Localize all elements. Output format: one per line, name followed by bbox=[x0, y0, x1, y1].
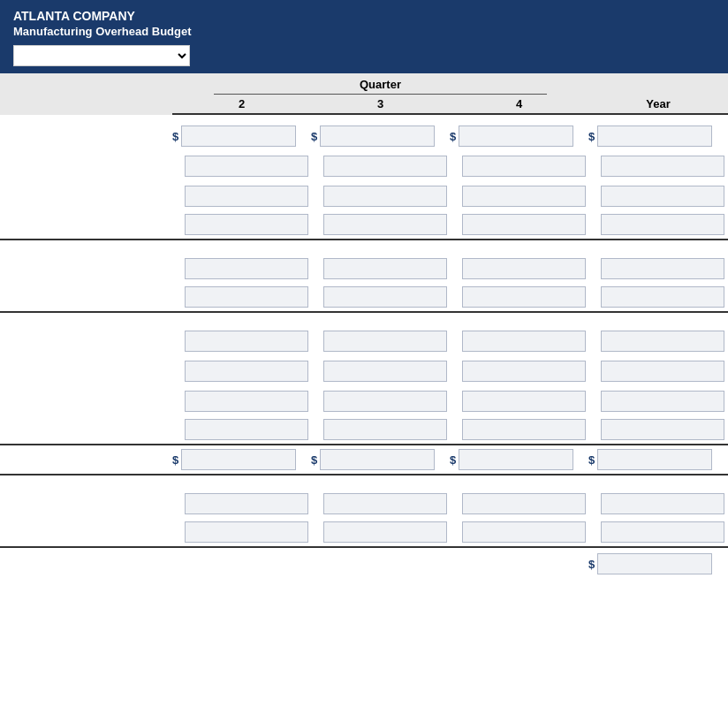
header-dropdown-wrapper: Option 1 Option 2 bbox=[13, 45, 190, 66]
input-year-5[interactable] bbox=[601, 258, 724, 279]
input-q2-7[interactable] bbox=[185, 331, 308, 352]
input-year-1[interactable] bbox=[597, 126, 712, 147]
input-q3-10[interactable] bbox=[323, 419, 447, 440]
input-q4-3[interactable] bbox=[462, 186, 586, 207]
input-q2-4[interactable] bbox=[185, 214, 308, 235]
input-cell-year-6 bbox=[588, 286, 728, 308]
input-cell-year-5 bbox=[588, 258, 728, 279]
input-cell-q4-3 bbox=[450, 186, 588, 207]
input-year-8[interactable] bbox=[601, 361, 724, 382]
period-select[interactable]: Option 1 Option 2 bbox=[13, 45, 190, 66]
input-cell-year-14: $ bbox=[588, 553, 728, 574]
input-year-12[interactable] bbox=[601, 493, 724, 514]
data-row-13 bbox=[0, 521, 728, 548]
dollar-sign-q2-11: $ bbox=[172, 453, 178, 467]
input-year-4[interactable] bbox=[601, 214, 724, 235]
input-q3-3[interactable] bbox=[323, 186, 447, 207]
input-q3-2[interactable] bbox=[323, 156, 447, 177]
dollar-sign-q2-1: $ bbox=[172, 130, 178, 143]
input-q4-8[interactable] bbox=[462, 361, 586, 382]
company-name: ATLANTA COMPANY bbox=[13, 9, 135, 23]
input-cell-q2-8 bbox=[172, 361, 311, 382]
page-header: ATLANTA COMPANY Manufacturing Overhead B… bbox=[0, 0, 728, 73]
input-cell-q4-12 bbox=[450, 493, 588, 514]
input-q2-3[interactable] bbox=[185, 186, 308, 207]
input-q2-6[interactable] bbox=[185, 286, 308, 308]
data-row-6 bbox=[0, 286, 728, 313]
input-cell-q3-6 bbox=[311, 286, 450, 308]
input-year-11[interactable] bbox=[597, 449, 712, 470]
input-q4-1[interactable] bbox=[459, 126, 573, 147]
data-row-12 bbox=[0, 491, 728, 516]
data-row-3 bbox=[0, 184, 728, 209]
input-q3-12[interactable] bbox=[323, 493, 447, 514]
input-q2-1[interactable] bbox=[181, 126, 296, 147]
input-q2-11[interactable] bbox=[181, 449, 296, 470]
input-q3-9[interactable] bbox=[323, 391, 447, 412]
input-q2-8[interactable] bbox=[185, 361, 308, 382]
input-q2-5[interactable] bbox=[185, 258, 308, 279]
input-cell-q4-11: $ bbox=[450, 449, 588, 470]
input-cell-q4-6 bbox=[450, 286, 588, 308]
data-row-8 bbox=[0, 359, 728, 384]
input-q4-2[interactable] bbox=[462, 156, 586, 177]
input-cell-q3-2 bbox=[311, 156, 450, 177]
input-q4-12[interactable] bbox=[462, 493, 586, 514]
dollar-sign-year-1: $ bbox=[588, 130, 595, 143]
input-year-10[interactable] bbox=[601, 419, 724, 440]
main-content: $ $ $ $ bbox=[0, 115, 728, 590]
input-cell-q3-11: $ bbox=[311, 449, 450, 470]
input-q3-5[interactable] bbox=[323, 258, 447, 279]
input-q4-5[interactable] bbox=[462, 258, 586, 279]
input-cell-q4-2 bbox=[450, 156, 588, 177]
dollar-sign-year-14: $ bbox=[588, 558, 595, 571]
input-q3-1[interactable] bbox=[320, 126, 435, 147]
input-year-3[interactable] bbox=[601, 186, 724, 207]
input-year-2[interactable] bbox=[601, 156, 724, 177]
input-cell-q2-1: $ bbox=[172, 126, 311, 147]
input-cell-q2-7 bbox=[172, 331, 311, 352]
input-cell-q2-10 bbox=[172, 419, 311, 440]
input-cell-q4-8 bbox=[450, 361, 588, 382]
input-year-13[interactable] bbox=[601, 521, 724, 543]
input-cell-q2-11: $ bbox=[172, 449, 311, 470]
dollar-sign-q3-11: $ bbox=[311, 453, 317, 467]
input-q4-9[interactable] bbox=[462, 391, 586, 412]
input-q2-13[interactable] bbox=[185, 521, 308, 543]
input-year-7[interactable] bbox=[601, 331, 724, 352]
input-year-14[interactable] bbox=[597, 553, 712, 574]
input-cell-q2-9 bbox=[172, 391, 311, 412]
input-cell-year-13 bbox=[588, 521, 728, 543]
input-year-9[interactable] bbox=[601, 391, 724, 412]
input-q3-13[interactable] bbox=[323, 521, 447, 543]
input-q2-9[interactable] bbox=[185, 391, 308, 412]
input-q3-7[interactable] bbox=[323, 331, 447, 352]
input-q4-11[interactable] bbox=[459, 449, 573, 470]
input-q3-11[interactable] bbox=[320, 449, 435, 470]
input-q2-12[interactable] bbox=[185, 493, 308, 514]
input-cell-q3-12 bbox=[311, 493, 450, 514]
input-q4-7[interactable] bbox=[462, 331, 586, 352]
input-cell-year-12 bbox=[588, 493, 728, 514]
input-cell-q2-13 bbox=[172, 521, 311, 543]
input-q2-2[interactable] bbox=[185, 156, 308, 177]
input-cell-q4-7 bbox=[450, 331, 588, 352]
input-q4-4[interactable] bbox=[462, 214, 586, 235]
data-row-14: $ bbox=[0, 551, 728, 576]
data-row-7 bbox=[0, 329, 728, 354]
input-cell-q4-9 bbox=[450, 391, 588, 412]
input-q4-13[interactable] bbox=[462, 521, 586, 543]
input-cell-q2-2 bbox=[172, 156, 311, 177]
input-q3-4[interactable] bbox=[323, 214, 447, 235]
input-year-6[interactable] bbox=[601, 286, 724, 308]
input-cell-year-1: $ bbox=[588, 126, 728, 147]
input-q3-8[interactable] bbox=[323, 361, 447, 382]
input-q4-10[interactable] bbox=[462, 419, 586, 440]
data-row-11: $ $ $ $ bbox=[0, 449, 728, 475]
input-cell-year-7 bbox=[588, 331, 728, 352]
input-q3-6[interactable] bbox=[323, 286, 447, 308]
input-q2-10[interactable] bbox=[185, 419, 308, 440]
input-cell-q3-8 bbox=[311, 361, 450, 382]
data-row-4 bbox=[0, 214, 728, 240]
input-q4-6[interactable] bbox=[462, 286, 586, 308]
